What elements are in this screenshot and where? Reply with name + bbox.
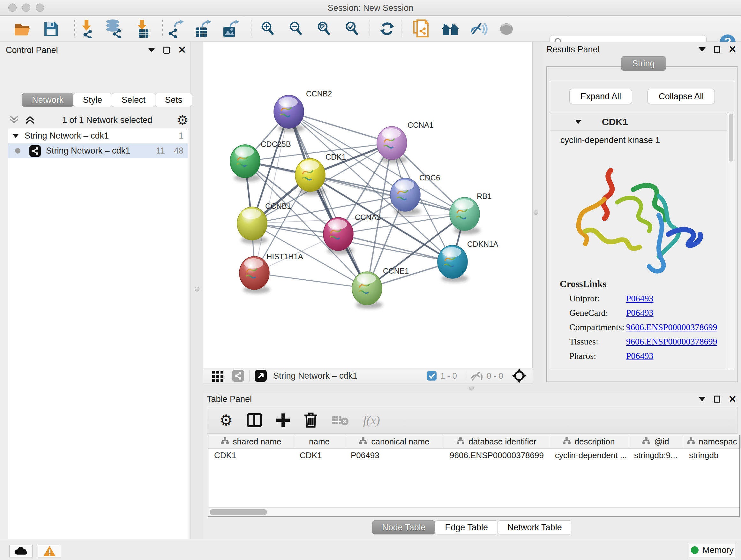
grid-view-icon[interactable] — [211, 369, 225, 382]
selected-checkbox-icon[interactable] — [426, 370, 437, 381]
node-CDC25B[interactable]: CDC25B — [230, 140, 291, 182]
hide-results-eye-icon[interactable] — [468, 19, 488, 39]
options-gear-icon[interactable]: ⚙ — [177, 113, 188, 127]
scrollbar-thumb[interactable] — [210, 509, 267, 515]
network-share-icon[interactable] — [231, 369, 245, 382]
bottom-splitter-handle[interactable] — [469, 386, 474, 390]
show-columns-icon[interactable] — [246, 412, 262, 428]
crosslink-label: Compartments: — [569, 322, 626, 332]
collapse-panel-icon[interactable] — [148, 48, 155, 52]
tab-string[interactable]: String — [621, 56, 666, 71]
node-CCNB2[interactable]: CCNB2 — [274, 89, 332, 132]
import-table-button[interactable] — [133, 19, 152, 39]
table-cell[interactable]: P06493 — [345, 449, 444, 462]
edge-CCNB2-CCNA1[interactable] — [289, 112, 392, 143]
edge-CCNA2-CDKN1A[interactable] — [338, 234, 453, 262]
gene-header-row[interactable]: CDK1 — [550, 113, 727, 131]
node-CDC6[interactable]: CDC6 — [390, 173, 440, 215]
table-settings-gear-icon[interactable]: ⚙ — [219, 411, 233, 429]
export-table-button[interactable] — [193, 19, 213, 39]
collapse-panel-icon[interactable] — [698, 397, 705, 401]
column-header--id[interactable]: @id — [628, 435, 683, 448]
crosslink-link[interactable]: 9606.ENSP00000378699 — [626, 322, 717, 332]
tab-edge-table[interactable]: Edge Table — [435, 520, 498, 535]
collection-expander-icon[interactable] — [12, 134, 19, 138]
fit-selected-crosshair-icon[interactable] — [511, 368, 528, 383]
zoom-in-button[interactable] — [258, 19, 278, 39]
gene-expander-icon[interactable] — [575, 120, 582, 124]
table-row[interactable]: CDK1CDK1P064939606.ENSP00000378699cyclin… — [208, 449, 739, 462]
crosslink-link[interactable]: P06493 — [626, 294, 654, 304]
edge-CCNB2-CCNE1[interactable] — [289, 112, 367, 288]
column-header-canonical-name[interactable]: canonical name — [345, 435, 444, 448]
delete-column-icon[interactable] — [304, 412, 318, 428]
export-network-button[interactable] — [166, 19, 186, 39]
memory-button[interactable]: Memory — [689, 543, 736, 557]
cloud-button[interactable] — [9, 545, 32, 557]
node-table[interactable]: shared namenamecanonical namedatabase id… — [208, 435, 740, 516]
add-column-icon[interactable] — [276, 413, 290, 428]
zoom-fit-button[interactable] — [314, 19, 334, 39]
open-session-button[interactable] — [13, 19, 32, 39]
table-cell[interactable]: cyclin-dependent ... — [549, 449, 628, 462]
string-network-graph[interactable]: CCNB2CCNA1CDC25BCDK1CDC6RB1CCNB1CCNA2CDK… — [203, 42, 532, 368]
float-panel-icon[interactable] — [714, 395, 720, 402]
tab-sets[interactable]: Sets — [155, 93, 192, 107]
refresh-view-button[interactable] — [377, 19, 397, 39]
node-CCNA1[interactable]: CCNA1 — [377, 121, 433, 164]
table-cell[interactable]: 9606.ENSP00000378699 — [444, 449, 549, 462]
network-canvas[interactable]: CCNB2CCNA1CDC25BCDK1CDC6RB1CCNB1CCNA2CDK… — [203, 42, 533, 368]
crosslink-link[interactable]: P06493 — [626, 351, 654, 361]
tab-network-table[interactable]: Network Table — [497, 520, 572, 535]
scrollbar-thumb[interactable] — [729, 114, 733, 162]
tab-select[interactable]: Select — [112, 93, 155, 107]
crosslink-link[interactable]: P06493 — [626, 308, 654, 318]
control-panel-title: Control Panel — [6, 45, 58, 55]
results-vertical-scrollbar[interactable] — [728, 113, 734, 370]
edge-HIST1H1A-CCNE1[interactable] — [254, 273, 367, 288]
column-header-namespac[interactable]: namespac — [683, 435, 741, 448]
string-document-button[interactable] — [412, 19, 431, 39]
close-panel-icon[interactable]: ✕ — [178, 47, 186, 54]
network-row-selected[interactable]: String Network – cdk1 11 48 — [8, 143, 188, 159]
node-HIST1H1A[interactable]: HIST1H1A — [239, 252, 303, 294]
zoom-selected-button[interactable] — [342, 19, 362, 39]
node-RB1[interactable]: RB1 — [450, 192, 492, 234]
left-splitter-handle[interactable] — [195, 287, 199, 292]
collapse-all-icon[interactable] — [8, 114, 22, 126]
column-header-database-identifier[interactable]: database identifier — [444, 435, 549, 448]
column-header-name[interactable]: name — [294, 435, 345, 448]
close-panel-icon[interactable]: ✕ — [729, 46, 737, 53]
warnings-button[interactable] — [38, 545, 61, 557]
collapse-all-button[interactable]: Collapse All — [648, 89, 715, 104]
table-horizontal-scrollbar[interactable] — [208, 507, 739, 516]
zoom-out-button[interactable] — [286, 19, 306, 39]
export-image-button[interactable] — [221, 19, 241, 39]
table-cell[interactable]: CDK1 — [294, 449, 345, 462]
show-eye-icon[interactable] — [496, 19, 516, 39]
edge-CCNB2-HIST1H1A[interactable] — [254, 112, 289, 273]
node-CDKN1A[interactable]: CDKN1A — [437, 240, 498, 282]
float-panel-icon[interactable] — [163, 47, 170, 54]
tab-style[interactable]: Style — [73, 93, 112, 107]
collapse-panel-icon[interactable] — [698, 47, 705, 52]
tab-network[interactable]: Network — [22, 93, 73, 107]
network-collection-row[interactable]: String Network – cdk1 1 — [8, 128, 188, 143]
tab-node-table[interactable]: Node Table — [372, 520, 435, 535]
import-database-button[interactable] — [104, 19, 124, 39]
column-header-description[interactable]: description — [549, 435, 628, 448]
table-cell[interactable]: CDK1 — [208, 449, 294, 462]
crosslink-link[interactable]: 9606.ENSP00000378699 — [626, 336, 717, 347]
table-cell[interactable]: stringdb:9... — [628, 449, 683, 462]
right-splitter-handle[interactable] — [534, 210, 538, 215]
save-session-button[interactable] — [41, 19, 61, 39]
import-network-button[interactable] — [77, 19, 97, 39]
home-network-button[interactable] — [441, 19, 460, 39]
column-header-shared-name[interactable]: shared name — [208, 435, 294, 448]
expand-all-button[interactable]: Expand All — [569, 89, 632, 104]
close-panel-icon[interactable]: ✕ — [729, 395, 737, 402]
table-cell[interactable]: stringdb — [683, 449, 741, 462]
expand-all-icon[interactable] — [23, 114, 38, 126]
birds-eye-view-icon[interactable] — [254, 369, 267, 382]
float-panel-icon[interactable] — [714, 46, 720, 53]
